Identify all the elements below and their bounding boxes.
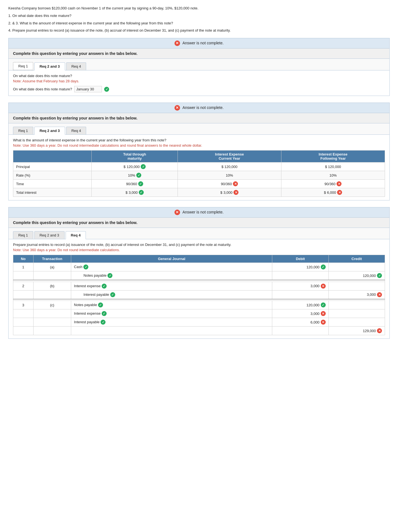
cell-totalint-fy[interactable]: $ 6,000 ✕	[281, 188, 385, 197]
check-icon: ✓	[321, 302, 326, 307]
jt-header-trans: Transaction	[33, 255, 71, 263]
entry-trans-1b	[33, 271, 71, 280]
entry-trans-3: (c)	[33, 301, 71, 309]
tab-req4-1[interactable]: Req 4	[66, 62, 86, 70]
entry-no-1: 1	[13, 263, 34, 271]
entry-credit-np1[interactable]: 120,000 ✓	[328, 271, 385, 280]
interest-table: Total throughmaturity Interest ExpenseCu…	[13, 150, 385, 197]
tab-req4-3[interactable]: Req 4	[66, 231, 86, 239]
check-icon: ✓	[139, 190, 144, 195]
entry-trans-3b	[33, 309, 71, 318]
journal-entry-3b: Interest expense ✓ 3,000 ✕	[13, 309, 385, 318]
answer-incomplete-label-3: Answer is not complete.	[183, 210, 224, 214]
table-row: Total interest $ 3,000 ✓ $ 3,000 ✕	[13, 188, 385, 197]
intro-line1: Keesha Company borrows $120,000 cash on …	[8, 6, 390, 11]
tab-req2and3-2[interactable]: Req 2 and 3	[34, 127, 65, 135]
cell-time-cy[interactable]: 90/360 ✕	[178, 180, 281, 188]
journal-entry-1b: Notes payable ✓ 120,000 ✓	[13, 271, 385, 280]
entry-debit-np1	[272, 271, 328, 280]
entry-debit-np3[interactable]: 120,000 ✓	[272, 301, 328, 309]
entry-no-3c	[13, 318, 34, 327]
tabs-row-2: Req 1 Req 2 and 3 Req 4	[9, 123, 389, 135]
entry-debit-intexp[interactable]: 3,000 ✕	[272, 282, 328, 290]
check-icon: ✓	[377, 273, 382, 278]
entry-account-cash[interactable]: Cash ✓	[71, 263, 272, 271]
error-icon: ✕	[321, 311, 326, 316]
entry-no-2: 2	[13, 282, 34, 290]
tab-req1-2[interactable]: Req 1	[13, 127, 33, 134]
section1-input-label: On what date does this note mature?	[13, 87, 72, 91]
tab-req1-3[interactable]: Req 1	[13, 231, 33, 239]
tab-content-3: Prepare journal entries to record (a) is…	[9, 239, 389, 338]
tab-req2and3-1[interactable]: Req 2 and 3	[34, 62, 65, 70]
error-icon: ✕	[233, 181, 238, 186]
entry-no-1b	[13, 271, 34, 280]
tab-req2and3-3[interactable]: Req 2 and 3	[34, 231, 65, 239]
journal-entry-3c: Interest payable ✓ 6,000 ✕	[13, 318, 385, 327]
cell-totalint-cy[interactable]: $ 3,000 ✕	[178, 188, 281, 197]
error-icon: ✕	[321, 320, 326, 325]
check-icon: ✓	[141, 164, 146, 169]
section1-input-value[interactable]: January 30	[74, 86, 102, 92]
entry-account-intexp3[interactable]: Interest expense ✓	[71, 309, 272, 318]
error-icon: ✕	[377, 292, 382, 297]
intro-q2: 2. & 3. What is the amount of interest e…	[8, 21, 390, 26]
jt-header-no: No	[13, 255, 34, 263]
table-row: Rate (%) 10% ✓ 10% 10%	[13, 171, 385, 180]
complete-msg-1: Complete this question by entering your …	[9, 49, 389, 59]
entry-account-notes-payable-1[interactable]: Notes payable ✓	[71, 271, 272, 280]
answer-incomplete-label-1: Answer is not complete.	[183, 41, 224, 45]
check-icon: ✓	[138, 181, 143, 186]
entry-debit-ip2	[272, 290, 328, 299]
entry-account-int-payable-2[interactable]: Interest payable ✓	[71, 290, 272, 299]
check-icon: ✓	[102, 284, 107, 289]
entry-account-ip3[interactable]: Interest payable ✓	[71, 318, 272, 327]
journal-entry-1a: 1 (a) Cash ✓ 120,000 ✓	[13, 263, 385, 271]
col-header-cy: Interest ExpenseCurrent Year	[178, 151, 281, 162]
entry-debit-ip3[interactable]: 6,000 ✕	[272, 318, 328, 327]
section2-question: What is the amount of interest expense i…	[13, 138, 385, 142]
entry-credit-cash3[interactable]: 129,000 ✕	[328, 327, 385, 335]
error-icon: ✕	[337, 181, 341, 186]
cell-totalint-total[interactable]: $ 3,000 ✓	[92, 188, 178, 197]
journal-entry-2a: 2 (b) Interest expense ✓ 3,000 ✕	[13, 282, 385, 290]
entry-account-int-exp[interactable]: Interest expense ✓	[71, 282, 272, 290]
cell-principal-cy[interactable]: $ 120,000	[178, 162, 281, 171]
cell-rate-fy[interactable]: 10%	[281, 171, 385, 180]
entry-credit-intexp	[328, 282, 385, 290]
error-icon: ✕	[337, 190, 342, 195]
error-icon: ✕	[377, 328, 382, 333]
entry-debit-cash3	[272, 327, 328, 335]
tab-content-1: On what date does this note mature? Note…	[9, 70, 389, 96]
cell-principal-fy[interactable]: $ 120,000	[281, 162, 385, 171]
entry-credit-ip2[interactable]: 3,000 ✕	[328, 290, 385, 299]
error-icon-1: ✕	[174, 40, 180, 46]
section3-question: Prepare journal entries to record (a) is…	[13, 243, 385, 247]
check-icon: ✓	[83, 264, 88, 269]
entry-no-3d	[13, 327, 34, 335]
entry-debit-intexp3[interactable]: 3,000 ✕	[272, 309, 328, 318]
cell-principal-total[interactable]: $ 120,000 ✓	[92, 162, 178, 171]
answer-header-3: ✕ Answer is not complete.	[9, 207, 389, 218]
answer-header-1: ✕ Answer is not complete.	[9, 38, 389, 49]
error-icon-3: ✕	[174, 210, 180, 215]
section2-note: Note: Use 360 days a year. Do not round …	[13, 143, 385, 147]
cell-time-fy[interactable]: 90/360 ✕	[281, 180, 385, 188]
answer-header-2: ✕ Answer is not complete.	[9, 103, 389, 113]
table-row: Time 90/360 ✓ 90/360 ✕	[13, 180, 385, 188]
entry-trans-2b	[33, 290, 71, 299]
error-icon: ✕	[233, 190, 238, 195]
cell-rate-cy[interactable]: 10%	[178, 171, 281, 180]
entry-credit-cash	[328, 263, 385, 271]
entry-account-np3[interactable]: Notes payable ✓	[71, 301, 272, 309]
check-icon: ✓	[136, 173, 141, 178]
tab-req1-1[interactable]: Req 1	[13, 62, 33, 70]
entry-debit-cash[interactable]: 120,000 ✓	[272, 263, 328, 271]
cell-time-total[interactable]: 90/360 ✓	[92, 180, 178, 188]
tab-content-2: What is the amount of interest expense i…	[9, 135, 389, 200]
journal-entry-3d: 129,000 ✕	[13, 327, 385, 335]
cell-rate-total[interactable]: 10% ✓	[92, 171, 178, 180]
section1-check-icon: ✓	[104, 87, 109, 92]
entry-no-2b	[13, 290, 34, 299]
tab-req4-2[interactable]: Req 4	[66, 127, 86, 134]
